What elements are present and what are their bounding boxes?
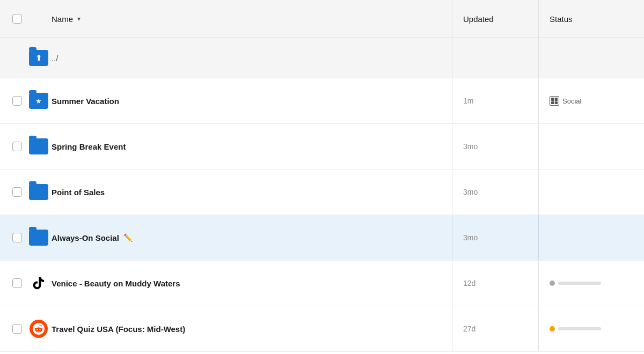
checkbox-spring[interactable] <box>12 142 22 151</box>
row-divider-2 <box>538 169 539 215</box>
row-name-travel: Travel Quiz USA (Focus: Mid-West) <box>52 324 452 334</box>
edit-pencil-icon[interactable]: ✏️ <box>123 233 133 242</box>
row-name-pos: Point of Sales <box>52 188 452 197</box>
table-row[interactable]: Travel Quiz USA (Focus: Mid-West) 27d <box>0 306 644 352</box>
checkbox-venice[interactable] <box>12 278 22 288</box>
grid-cell <box>555 101 558 105</box>
row-icon-venice <box>26 274 52 292</box>
row-status-venice <box>539 281 635 286</box>
checkbox-travel[interactable] <box>12 324 22 334</box>
row-checkbox-summer[interactable] <box>9 96 26 106</box>
row-status-summer: Social <box>539 96 635 106</box>
row-checkbox-always-on[interactable] <box>9 233 26 242</box>
spring-break-label: Spring Break Event <box>52 142 126 151</box>
table-row[interactable]: ★ Summer Vacation 1m Social <box>0 78 644 124</box>
checkbox-pos[interactable] <box>12 187 22 197</box>
row-updated-summer: 1m <box>452 97 538 105</box>
reddit-svg <box>33 323 45 335</box>
row-updated-venice: 12d <box>452 279 538 287</box>
row-divider-1 <box>452 38 452 78</box>
tiktok-icon <box>30 274 48 292</box>
row-checkbox-venice[interactable] <box>9 278 26 288</box>
summer-vacation-label: Summer Vacation <box>52 97 119 106</box>
row-updated-always-on: 3mo <box>452 233 538 242</box>
row-divider-2 <box>538 124 539 169</box>
row-name-spring: Spring Break Event <box>52 142 452 151</box>
row-name-always-on: Always-On Social ✏️ <box>52 233 452 242</box>
progress-bar-container-travel <box>550 326 601 331</box>
folder-star-icon: ★ <box>29 93 48 109</box>
always-on-social-label: Always-On Social <box>52 233 119 242</box>
progress-bar-bg-venice <box>558 282 601 285</box>
sort-icon[interactable]: ▾ <box>77 15 80 23</box>
row-checkbox-spring[interactable] <box>9 142 26 151</box>
status-dot-gray <box>550 281 555 286</box>
row-icon-always-on <box>26 230 52 246</box>
row-icon-spring <box>26 138 52 154</box>
social-grid-icon <box>550 96 559 106</box>
name-header-label: Name <box>52 14 73 24</box>
grid-cell <box>551 98 554 101</box>
folder-upload-icon: ⬆ <box>29 50 48 66</box>
folder-icon-always-on <box>29 230 48 246</box>
travel-quiz-label: Travel Quiz USA (Focus: Mid-West) <box>52 324 185 334</box>
table-row[interactable]: Always-On Social ✏️ 3mo <box>0 215 644 261</box>
table-row[interactable]: ⬆ ../ <box>0 38 644 78</box>
grid-cell <box>555 98 558 101</box>
point-of-sales-label: Point of Sales <box>52 188 105 197</box>
checkbox-always-on[interactable] <box>12 233 22 242</box>
row-name-summer: Summer Vacation <box>52 97 452 106</box>
row-name-parent: ../ <box>52 54 452 63</box>
row-icon-travel <box>26 320 52 338</box>
row-icon-summer: ★ <box>26 93 52 109</box>
updated-header-label: Updated <box>463 14 494 24</box>
social-status-badge: Social <box>550 96 581 106</box>
checkbox-summer[interactable] <box>12 96 22 106</box>
row-checkbox-pos[interactable] <box>9 187 26 197</box>
table-header: Name ▾ Updated Status <box>0 0 644 38</box>
header-status-col: Status <box>539 14 635 24</box>
status-header-label: Status <box>550 14 573 24</box>
venice-label: Venice - Beauty on Muddy Waters <box>52 279 180 288</box>
parent-folder-label: ../ <box>52 54 58 63</box>
social-label: Social <box>562 97 581 105</box>
row-updated-pos: 3mo <box>452 188 538 196</box>
row-name-venice: Venice - Beauty on Muddy Waters <box>52 279 452 288</box>
row-icon-pos <box>26 184 52 200</box>
reddit-icon <box>30 320 48 338</box>
header-name-col[interactable]: Name ▾ <box>52 14 452 24</box>
folder-icon-pos <box>29 184 48 200</box>
row-updated-spring: 3mo <box>452 142 538 151</box>
status-dot-yellow <box>550 326 555 331</box>
file-manager-table: Name ▾ Updated Status ⬆ ../ <box>0 0 644 352</box>
select-all-checkbox[interactable] <box>12 14 22 24</box>
table-row[interactable]: Venice - Beauty on Muddy Waters 12d <box>0 261 644 306</box>
tiktok-svg <box>31 276 46 291</box>
table-row[interactable]: Spring Break Event 3mo <box>0 124 644 169</box>
row-icon-parent: ⬆ <box>26 50 52 66</box>
select-all-checkbox-container[interactable] <box>9 14 26 24</box>
progress-bar-bg-travel <box>558 327 601 330</box>
row-checkbox-travel[interactable] <box>9 324 26 334</box>
row-divider-2 <box>538 38 539 78</box>
table-row[interactable]: Point of Sales 3mo <box>0 169 644 215</box>
folder-icon-spring <box>29 138 48 154</box>
grid-cell <box>551 101 554 105</box>
row-divider-2 <box>538 215 539 260</box>
progress-bar-container-venice <box>550 281 601 286</box>
row-updated-travel: 27d <box>452 324 538 333</box>
row-status-travel <box>539 326 635 331</box>
header-updated-col: Updated <box>452 14 538 24</box>
